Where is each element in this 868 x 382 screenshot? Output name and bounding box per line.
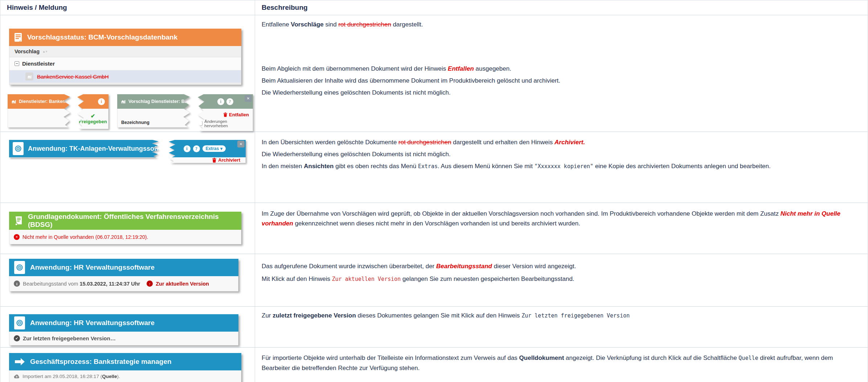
description-paragraph: Zur zuletzt freigegebene Version dieses … bbox=[262, 312, 858, 320]
vorschlag-card-right: ✕ i ? Entfallen Änderungen hervorheben bbox=[198, 94, 253, 131]
hinweis-cell: Anwendung: TK-Anlagen-Verwaltungssoftwar… bbox=[0, 132, 255, 203]
table-header-row: Hinweis / Meldung Beschreibung bbox=[0, 0, 868, 15]
import-text: Importiert am 29.05.2018, 16:28:17 (Quel… bbox=[22, 374, 120, 379]
hr-software-panel: Anwendung: HR Verwaltungssoftware ✔ Zur … bbox=[9, 314, 238, 345]
card-titlebar: i bbox=[77, 94, 108, 109]
table-row: Anwendung: HR Verwaltungssoftware i Bear… bbox=[0, 254, 868, 307]
edit-state-text: Bearbeitungsstand vom 15.03.2022, 11:24:… bbox=[23, 281, 140, 287]
extras-menu-button[interactable]: Extras▾ bbox=[202, 145, 226, 152]
info-icon[interactable]: i bbox=[217, 98, 224, 105]
panel-statusbar: i Bearbeitungsstand vom 15.03.2022, 11:2… bbox=[9, 276, 238, 291]
last-released-version-link[interactable]: Zur letzten freigegebenen Version… bbox=[23, 335, 116, 341]
description-paragraph: Mit Klick auf den Hinweis Zur aktuellen … bbox=[262, 275, 858, 283]
description-paragraph: In den Übersichten werden gelöschte Doku… bbox=[262, 138, 858, 146]
beschreibung-cell: Zur zuletzt freigegebene Version dieses … bbox=[255, 307, 868, 347]
tree-group-dienstleister[interactable]: − Dienstleister bbox=[9, 57, 241, 70]
info-icon: i bbox=[14, 281, 20, 287]
table-row: Anwendung: HR Verwaltungssoftware ✔ Zur … bbox=[0, 307, 868, 348]
description-paragraph: Beim Aktualisieren der Inhalte wird das … bbox=[262, 77, 858, 84]
trash-icon bbox=[212, 158, 217, 163]
card-titlebar: Dienstleister: BankenServic bbox=[8, 94, 70, 109]
archiviert-status: Archiviert bbox=[212, 157, 240, 163]
hinweis-cell: Anwendung: HR Verwaltungssoftware i Bear… bbox=[0, 254, 255, 306]
sort-icons[interactable]: ▲▼ bbox=[42, 50, 48, 53]
status-text: Nicht mehr in Quelle vorhanden (06.07.20… bbox=[22, 234, 148, 240]
tree-item-label: BankenService Kassel GmbH bbox=[37, 74, 109, 80]
card-titlebar: i ? Extras▾ bbox=[169, 140, 246, 157]
tree-item-bankenservice[interactable]: BankenService Kassel GmbH bbox=[9, 70, 241, 83]
proposal-tree: Vorschlag ▲▼ − Dienstleister BankenServi… bbox=[9, 46, 241, 85]
beschreibung-cell: Das aufgerufene Dokument wurde inzwische… bbox=[255, 254, 868, 306]
help-icon[interactable]: ? bbox=[193, 145, 200, 152]
field-label: Bezeichnung bbox=[117, 109, 190, 128]
panel-statusbar: ✔ Zur letzten freigegebenen Version… bbox=[9, 332, 238, 345]
panel-titlebar: Grundlagendokument: Öffentliches Verfahr… bbox=[9, 212, 241, 230]
card-titlebar: Vorschlag Dienstleister: BankenS bbox=[117, 94, 190, 109]
card-body bbox=[8, 109, 70, 128]
application-icon bbox=[14, 261, 25, 274]
hinweis-cell: Vorschlagsstatus: BCM-Vorschlagsdatenban… bbox=[0, 15, 255, 132]
card-body: Entfallen Änderungen hervorheben bbox=[198, 109, 253, 131]
panel-title: Grundlagendokument: Öffentliches Verfahr… bbox=[28, 213, 236, 229]
card-title: Anwendung: TK-Anlagen-Verwaltungssoftwar… bbox=[28, 145, 159, 153]
status-label: Freigegeben bbox=[79, 119, 107, 124]
application-icon bbox=[14, 316, 25, 329]
anwendung-card-left: Anwendung: TK-Anlagen-Verwaltungssoftwar… bbox=[9, 140, 159, 158]
info-icon[interactable]: i bbox=[184, 145, 191, 152]
panel-titlebar: Anwendung: HR Verwaltungssoftware bbox=[9, 259, 238, 276]
description-paragraph: In den meisten Ansichten gibt es oben re… bbox=[262, 162, 858, 170]
dienstleister-card-right: i ✔ Freigegeben bbox=[77, 94, 108, 129]
checkbox-label: Änderungen hervorheben bbox=[204, 119, 249, 128]
panel-titlebar: Vorschlagsstatus: BCM-Vorschlagsdatenban… bbox=[9, 29, 241, 46]
column-header-beschreibung: Beschreibung bbox=[255, 0, 868, 15]
hr-software-panel: Anwendung: HR Verwaltungssoftware i Bear… bbox=[9, 259, 238, 291]
collapse-icon[interactable]: − bbox=[15, 61, 19, 66]
card-title: Dienstleister: BankenServic bbox=[19, 99, 70, 104]
service-provider-icon bbox=[121, 99, 126, 104]
up-arrow-icon: ↑ bbox=[147, 281, 153, 287]
checkbox-icon[interactable] bbox=[198, 121, 202, 126]
hinweis-cell: Anwendung: HR Verwaltungssoftware ✔ Zur … bbox=[0, 307, 255, 347]
info-icon[interactable]: i bbox=[98, 98, 105, 105]
card-status: ✔ Freigegeben bbox=[77, 109, 108, 129]
current-version-link[interactable]: Zur aktuellen Version bbox=[156, 281, 209, 287]
sort-up-icon: ▲ bbox=[42, 50, 45, 53]
description-paragraph: Für importierte Objekte wird unterhalb d… bbox=[262, 353, 858, 373]
table-row: Geschäftsprozess: Bankstrategie managen … bbox=[0, 348, 868, 382]
beschreibung-cell: Entfallene Vorschläge sind rot durchgest… bbox=[255, 15, 868, 132]
tree-partial-row bbox=[9, 83, 241, 84]
tree-group-label: Dienstleister bbox=[22, 61, 55, 67]
application-icon bbox=[13, 142, 24, 155]
table-row: Grundlagendokument: Öffentliches Verfahr… bbox=[0, 203, 868, 254]
panel-title: Vorschlagsstatus: BCM-Vorschlagsdatenban… bbox=[27, 33, 177, 41]
description-paragraph: Entfallene Vorschläge sind rot durchgest… bbox=[262, 21, 858, 28]
scroll-document-icon bbox=[14, 216, 23, 226]
sort-down-icon: ▼ bbox=[45, 50, 48, 53]
service-provider-icon bbox=[11, 99, 16, 104]
comparison-cards: Dienstleister: BankenServic i ✔ Freigege… bbox=[8, 94, 255, 131]
close-icon[interactable]: ✕ bbox=[237, 141, 245, 148]
help-icon[interactable]: ? bbox=[226, 98, 233, 105]
highlight-changes-option[interactable]: Änderungen hervorheben bbox=[198, 119, 249, 128]
close-icon[interactable]: ✕ bbox=[245, 95, 252, 102]
beschreibung-cell: Für importierte Objekte wird unterhalb d… bbox=[255, 348, 868, 382]
panel-statusbar: ✕ Nicht mehr in Quelle vorhanden (06.07.… bbox=[9, 230, 241, 244]
vorschlag-card-left: Vorschlag Dienstleister: BankenS Bezeich… bbox=[117, 94, 190, 128]
panel-titlebar: Geschäftsprozess: Bankstrategie managen bbox=[9, 353, 241, 370]
hinweis-cell: Geschäftsprozess: Bankstrategie managen … bbox=[0, 348, 255, 382]
dienstleister-card-left: Dienstleister: BankenServic bbox=[8, 94, 70, 128]
panel-statusbar: Importiert am 29.05.2018, 16:28:17 (Quel… bbox=[9, 370, 241, 382]
tree-column-header[interactable]: Vorschlag ▲▼ bbox=[9, 46, 241, 57]
card-body bbox=[9, 157, 159, 158]
description-paragraph: Beim Abgleich mit dem übernommenen Dokum… bbox=[262, 65, 858, 72]
table-row: Anwendung: TK-Anlagen-Verwaltungssoftwar… bbox=[0, 132, 868, 203]
beschreibung-cell: In den Übersichten werden gelöschte Doku… bbox=[255, 132, 868, 203]
caret-down-icon: ▾ bbox=[220, 146, 222, 151]
card-title: Vorschlag Dienstleister: BankenS bbox=[128, 99, 190, 104]
card-body: Archiviert bbox=[169, 157, 246, 163]
panel-titlebar: Anwendung: HR Verwaltungssoftware bbox=[9, 314, 238, 332]
check-circle-icon: ✔ bbox=[14, 335, 20, 341]
panel-title: Geschäftsprozess: Bankstrategie managen bbox=[30, 358, 172, 366]
geschaeftsprozess-panel: Geschäftsprozess: Bankstrategie managen … bbox=[9, 353, 241, 382]
entfallen-status: Entfallen bbox=[223, 112, 249, 117]
